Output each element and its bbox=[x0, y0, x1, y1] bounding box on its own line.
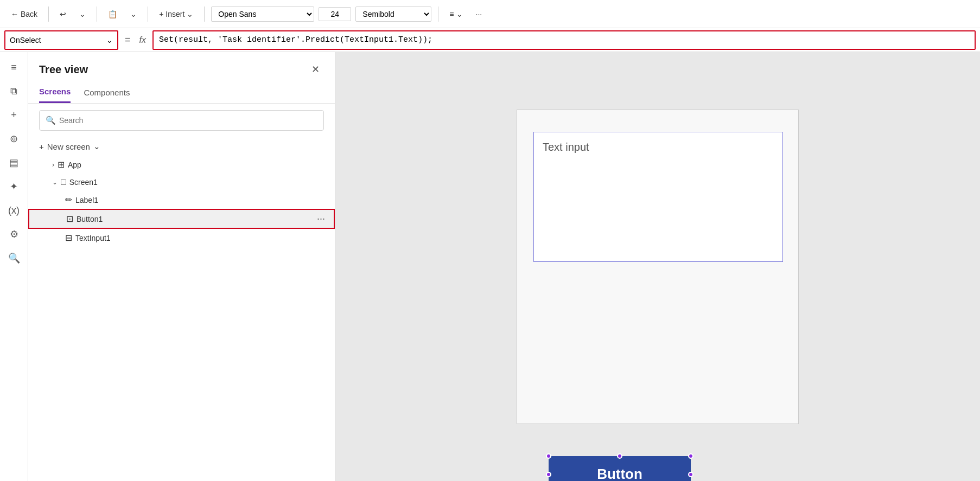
property-label: OnSelect bbox=[10, 36, 41, 44]
more-button[interactable]: ··· bbox=[472, 8, 487, 21]
app-label: App bbox=[68, 161, 81, 169]
lines-menu-button[interactable]: ≡ ⌄ bbox=[445, 8, 467, 21]
tab-screens[interactable]: Screens bbox=[39, 82, 71, 103]
tree-item-app[interactable]: › ⊞ App bbox=[28, 156, 335, 174]
font-weight-select[interactable]: Semibold bbox=[355, 7, 431, 22]
data-icon: ⊚ bbox=[10, 133, 18, 145]
screen1-label: Screen1 bbox=[69, 178, 98, 187]
tree-tabs: Screens Components bbox=[28, 82, 335, 104]
new-screen-button[interactable]: + New screen ⌄ bbox=[28, 137, 335, 156]
plus-icon: + bbox=[159, 10, 163, 18]
property-chevron-icon: ⌄ bbox=[106, 36, 113, 44]
layers-button[interactable]: ⧉ bbox=[3, 80, 25, 102]
chevron-down-icon: ⌄ bbox=[79, 10, 86, 18]
main-area: ≡ ⧉ + ⊚ ▤ ✦ (x) ⚙ 🔍 Tree view bbox=[0, 52, 980, 481]
search-wrap: 🔍 bbox=[28, 104, 335, 137]
button1-label: Button1 bbox=[77, 215, 103, 223]
new-screen-plus-icon: + bbox=[39, 142, 44, 151]
handle-top-left[interactable] bbox=[546, 453, 551, 459]
variables-button[interactable]: (x) bbox=[3, 200, 25, 221]
search-sidebar-icon: 🔍 bbox=[8, 252, 20, 264]
tree-header: Tree view ✕ bbox=[28, 52, 335, 82]
close-icon: ✕ bbox=[311, 63, 320, 75]
variables-icon: (x) bbox=[8, 205, 20, 216]
paint-icon: ✦ bbox=[10, 181, 18, 193]
textinput-widget-label: Text input bbox=[543, 141, 589, 153]
divider-1 bbox=[48, 7, 49, 22]
label1-icon: ✏ bbox=[65, 195, 72, 205]
clipboard-button[interactable]: 📋 bbox=[104, 8, 122, 21]
clipboard-dropdown-button[interactable]: ⌄ bbox=[126, 8, 141, 21]
button1-more-button[interactable]: ··· bbox=[317, 213, 325, 225]
hamburger-sidebar-button[interactable]: ≡ bbox=[3, 56, 25, 78]
chevron-down-icon-2: ⌄ bbox=[130, 10, 137, 18]
divider-2 bbox=[97, 7, 97, 22]
button-widget-container: Button bbox=[532, 283, 674, 319]
textinput1-icon: ⊟ bbox=[65, 233, 72, 243]
search-input[interactable] bbox=[39, 110, 324, 131]
property-dropdown[interactable]: OnSelect ⌄ bbox=[4, 30, 118, 50]
new-screen-label: New screen bbox=[47, 142, 90, 151]
app-chevron-icon: › bbox=[52, 161, 54, 169]
canvas-area: Text input Button bbox=[335, 52, 980, 481]
new-screen-chevron-icon: ⌄ bbox=[93, 142, 100, 151]
lines-chevron-icon: ⌄ bbox=[456, 10, 463, 18]
tree-panel: Tree view ✕ Screens Components 🔍 + New s… bbox=[28, 52, 335, 481]
data-button[interactable]: ⊚ bbox=[3, 128, 25, 150]
undo-button[interactable]: ↩ bbox=[55, 8, 71, 21]
media-button[interactable]: ▤ bbox=[3, 152, 25, 174]
tree-item-screen1[interactable]: ⌄ □ Screen1 bbox=[28, 174, 335, 191]
more-icon: ··· bbox=[476, 10, 482, 18]
paint-button[interactable]: ✦ bbox=[3, 176, 25, 197]
tree-item-label1[interactable]: ✏ Label1 bbox=[28, 191, 335, 209]
back-button[interactable]: ← Back bbox=[7, 8, 42, 21]
tree-item-button1[interactable]: ⊡ Button1 ··· bbox=[28, 209, 335, 229]
screen1-icon: □ bbox=[61, 177, 66, 187]
layers-icon: ⧉ bbox=[10, 86, 17, 97]
toolbar: ← Back ↩ ⌄ 📋 ⌄ + Insert ⌄ Open Sans Semi… bbox=[0, 0, 980, 28]
add-sidebar-button[interactable]: + bbox=[3, 104, 25, 126]
textinput1-label: TextInput1 bbox=[75, 234, 111, 242]
app-icon: ⊞ bbox=[58, 159, 65, 170]
settings-icon: ⚙ bbox=[10, 228, 18, 240]
settings-sidebar-button[interactable]: ⚙ bbox=[3, 223, 25, 245]
canvas-frame: Text input Button bbox=[517, 110, 799, 424]
search-sidebar-button[interactable]: 🔍 bbox=[3, 247, 25, 269]
divider-4 bbox=[204, 7, 205, 22]
divider-3 bbox=[148, 7, 148, 22]
formula-bar: OnSelect ⌄ = fx bbox=[0, 28, 980, 52]
handle-top-middle[interactable] bbox=[617, 453, 622, 459]
tree-view-title: Tree view bbox=[39, 63, 88, 76]
handle-middle-left[interactable] bbox=[546, 472, 551, 477]
handle-middle-right[interactable] bbox=[688, 472, 693, 477]
clipboard-icon: 📋 bbox=[108, 10, 117, 18]
handle-top-right[interactable] bbox=[688, 453, 693, 459]
plus-sidebar-icon: + bbox=[11, 110, 17, 121]
undo-dropdown-button[interactable]: ⌄ bbox=[75, 8, 90, 21]
icon-sidebar: ≡ ⧉ + ⊚ ▤ ✦ (x) ⚙ 🔍 bbox=[0, 52, 28, 481]
media-icon: ▤ bbox=[9, 157, 18, 169]
formula-input[interactable] bbox=[152, 30, 976, 50]
tree-close-button[interactable]: ✕ bbox=[307, 61, 324, 78]
undo-icon: ↩ bbox=[60, 10, 66, 18]
insert-button[interactable]: + Insert ⌄ bbox=[155, 8, 198, 21]
insert-chevron-icon: ⌄ bbox=[187, 10, 193, 18]
tab-components[interactable]: Components bbox=[84, 82, 130, 103]
fx-label: fx bbox=[137, 35, 148, 45]
font-size-input[interactable] bbox=[319, 7, 351, 21]
back-arrow-icon: ← bbox=[11, 10, 18, 18]
label1-label: Label1 bbox=[75, 196, 98, 204]
button1-icon: ⊡ bbox=[66, 214, 73, 224]
button-widget-label: Button bbox=[597, 466, 642, 481]
font-family-select[interactable]: Open Sans bbox=[211, 7, 314, 22]
hamburger-icon: ≡ bbox=[11, 62, 17, 73]
tree-item-textinput1[interactable]: ⊟ TextInput1 bbox=[28, 229, 335, 247]
divider-5 bbox=[438, 7, 438, 22]
lines-icon: ≡ bbox=[449, 10, 454, 18]
button-widget[interactable]: Button bbox=[549, 456, 691, 482]
screen1-chevron-icon: ⌄ bbox=[52, 178, 58, 186]
equals-sign: = bbox=[123, 34, 133, 46]
back-label: Back bbox=[21, 10, 37, 18]
insert-label: Insert bbox=[166, 10, 184, 18]
textinput-widget[interactable]: Text input bbox=[533, 132, 783, 262]
